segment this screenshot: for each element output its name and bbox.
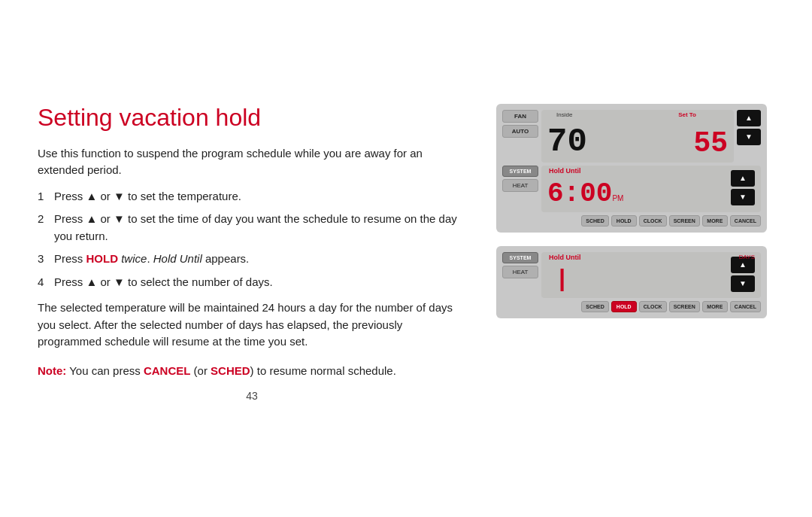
therm1-bottom-buttons: SCHED HOLD CLOCK SCREEN MORE CANCEL — [502, 215, 761, 227]
step-4: 4 Press ▲ or ▼ to select the number of d… — [38, 274, 466, 291]
single-bar-indicator: | — [555, 266, 728, 293]
more-button-2[interactable]: MORE — [702, 301, 728, 312]
page-number: 43 — [38, 388, 466, 404]
more-button-1[interactable]: MORE — [702, 215, 728, 227]
step-num-4: 4 — [38, 274, 48, 291]
cancel-button-2[interactable]: CANCEL — [730, 301, 761, 312]
sched-button-1[interactable]: SCHED — [581, 215, 609, 227]
hold-button-2-active[interactable]: HOLD — [611, 301, 637, 312]
step-4-text: Press ▲ or ▼ to select the number of day… — [54, 274, 273, 291]
page-title: Setting vacation hold — [38, 104, 466, 132]
step-1: 1 Press ▲ or ▼ to set the temperature. — [38, 188, 466, 205]
days-label: DAYS — [739, 254, 755, 260]
down-arrow-time-1[interactable]: ▼ — [731, 189, 755, 205]
main-temp: 70 — [547, 125, 587, 158]
steps-list: 1 Press ▲ or ▼ to set the temperature. 2… — [38, 188, 466, 291]
therm1-time-updown: ▲ ▼ — [731, 170, 755, 205]
clock-button-1[interactable]: CLOCK — [639, 215, 667, 227]
up-arrow-button-1[interactable]: ▲ — [737, 110, 761, 126]
step-num-1: 1 — [38, 188, 48, 205]
setto-label: Set To — [678, 111, 696, 118]
step-num-2: 2 — [38, 211, 48, 245]
pm-label: PM — [612, 194, 623, 202]
time-display: 6:00 — [547, 181, 612, 208]
clock-button-2[interactable]: CLOCK — [639, 301, 667, 312]
system-button-1[interactable]: SYSTEM — [502, 166, 538, 177]
down-arrow-days-2[interactable]: ▼ — [731, 275, 755, 292]
note-line: Note: You can press CANCEL (or SCHED) to… — [38, 363, 466, 380]
auto-button[interactable]: AUTO — [502, 125, 538, 138]
therm2-hold-content: DAYS Hold Until | — [547, 257, 728, 293]
screen-button-2[interactable]: SCREEN — [669, 301, 700, 312]
up-arrow-time-1[interactable]: ▲ — [731, 170, 755, 187]
therm1-time-container: 6:00 PM — [547, 181, 728, 208]
therm1-system-heat: SYSTEM HEAT — [502, 166, 538, 212]
cancel-button-1[interactable]: CANCEL — [730, 215, 761, 227]
diagrams-column: FAN AUTO Inside Set To 70 55 ▲ ▼ — [496, 104, 774, 414]
hold-until-label-1: Hold Until — [549, 167, 581, 175]
hold-until-label-2: Hold Until — [549, 254, 581, 261]
system-button-2[interactable]: SYSTEM — [502, 252, 538, 263]
down-arrow-button-1[interactable]: ▼ — [737, 129, 761, 145]
screen-button-1[interactable]: SCREEN — [669, 215, 700, 227]
therm2-hold-row: SYSTEM HEAT DAYS Hold Until | ▲ ▼ — [502, 252, 761, 298]
set-temp: 55 — [693, 129, 728, 158]
therm1-hold-display: Hold Until 6:00 PM ▲ ▼ — [541, 166, 761, 212]
note-body: You can press CANCEL (or SCHED) to resum… — [69, 364, 396, 377]
thermostat-1: FAN AUTO Inside Set To 70 55 ▲ ▼ — [496, 104, 767, 233]
therm1-hold-row: SYSTEM HEAT Hold Until 6:00 PM ▲ ▼ — [502, 166, 761, 212]
inside-label: Inside — [556, 111, 572, 118]
heat-button-2[interactable]: HEAT — [502, 266, 538, 278]
hold-button-1[interactable]: HOLD — [611, 215, 637, 227]
intro-text: Use this function to suspend the program… — [38, 145, 466, 179]
sched-button-2[interactable]: SCHED — [581, 301, 609, 312]
therm1-temps: 70 55 — [547, 114, 728, 158]
therm2-bottom-buttons: SCHED HOLD CLOCK SCREEN MORE CANCEL — [502, 301, 761, 312]
body-text: The selected temperature will be maintai… — [38, 300, 466, 351]
step-3: 3 Press HOLD twice. Hold Until appears. — [38, 251, 466, 268]
therm1-left-labels: FAN AUTO — [502, 110, 538, 163]
step-2-text: Press ▲ or ▼ to set the time of day you … — [54, 211, 466, 245]
heat-button-1[interactable]: HEAT — [502, 179, 538, 192]
thermostat-2: SYSTEM HEAT DAYS Hold Until | ▲ ▼ SC — [496, 246, 767, 318]
therm1-main-display: Inside Set To 70 55 — [541, 110, 734, 163]
therm1-updown: ▲ ▼ — [737, 110, 761, 163]
therm2-system-heat: SYSTEM HEAT — [502, 252, 538, 298]
step-num-3: 3 — [38, 251, 48, 268]
step-1-text: Press ▲ or ▼ to set the temperature. — [54, 188, 241, 205]
therm1-top: FAN AUTO Inside Set To 70 55 ▲ ▼ — [502, 110, 761, 163]
therm2-hold-display: DAYS Hold Until | ▲ ▼ — [541, 252, 761, 298]
therm1-hold-content: Hold Until 6:00 PM — [547, 170, 728, 208]
note-label: Note: — [38, 364, 66, 377]
therm2-days-updown: ▲ ▼ — [731, 257, 755, 292]
step-3-text: Press HOLD twice. Hold Until appears. — [54, 251, 249, 268]
fan-button[interactable]: FAN — [502, 110, 538, 123]
step-2: 2 Press ▲ or ▼ to set the time of day yo… — [38, 211, 466, 245]
